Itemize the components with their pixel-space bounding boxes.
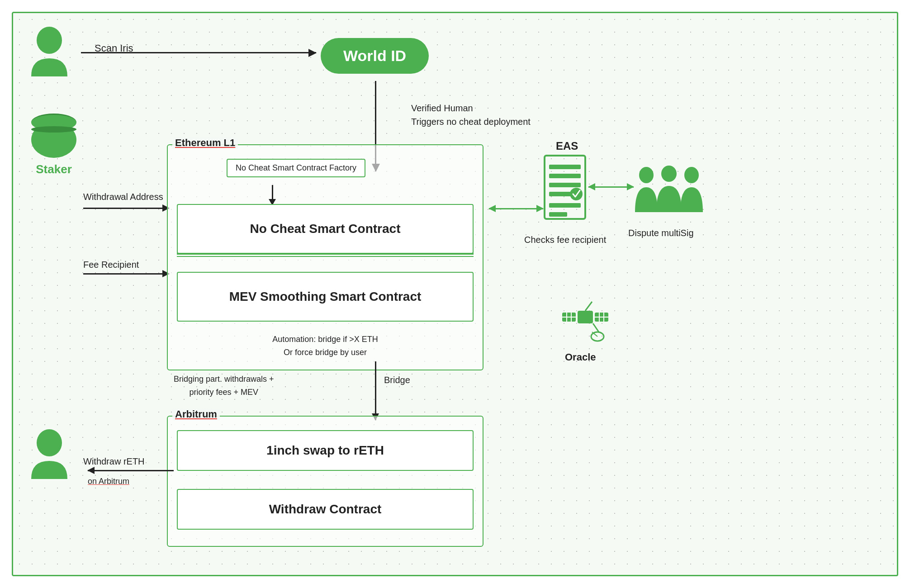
automation-text: Automation: bridge if >X ETH Or force br… [177,333,474,359]
dispute-multisig-icon [633,162,705,221]
svg-point-11 [684,167,699,183]
staker-group: Staker [31,122,76,176]
svg-point-25 [37,429,62,456]
fee-recipient-label: Fee Recipient [83,260,139,270]
factory-down-arrow [272,185,273,205]
bridge-arrow [375,361,376,420]
mev-smoothing-box: MEV Smoothing Smart Contract [177,272,474,322]
svg-line-21 [585,302,592,311]
arbitrum-label: Arbitrum [172,408,220,420]
svg-rect-7 [549,203,581,208]
scan-iris-arrow [81,52,316,53]
staker-person-icon [27,27,72,76]
bridge-label: Bridge [384,375,410,385]
separator-line-1 [177,253,474,255]
svg-rect-5 [549,192,572,196]
no-cheat-contract-box: No Cheat Smart Contract [177,204,474,254]
bridging-text: Bridging part. withdrawals + priority fe… [174,373,274,399]
oneinch-swap-box: 1inch swap to rETH [177,430,474,471]
dispute-multisig-label: Dispute multiSig [628,228,694,238]
eas-document-icon [542,153,588,221]
svg-line-22 [593,323,599,332]
ethereum-l1-label: Ethereum L1 [172,137,238,149]
svg-point-10 [661,166,677,182]
oneinch-swap-label: 1inch swap to rETH [266,443,384,458]
staker-cylinder [31,122,76,158]
svg-rect-4 [549,183,581,187]
withdrawal-address-label: Withdrawal Address [83,192,163,202]
on-arbitrum-label: on Arbitrum [88,477,129,486]
withdrawal-address-arrow [83,208,169,209]
staker-label: Staker [36,162,72,176]
mev-smoothing-label: MEV Smoothing Smart Contract [229,289,422,304]
verified-human-text: Verified Human Triggers no cheat deploym… [411,101,531,128]
svg-point-6 [570,188,583,200]
svg-rect-8 [549,212,567,217]
factory-pill: No Cheat Smart Contract Factory [227,159,365,177]
svg-rect-12 [578,311,593,323]
oracle-label: Oracle [565,351,596,363]
withdraw-contract-label: Withdraw Contract [269,502,382,517]
arbitrum-box: Arbitrum 1inch swap to rETH Withdraw Con… [167,416,483,547]
eas-label: EAS [556,140,578,152]
ethereum-l1-box: Ethereum L1 No Cheat Smart Contract Fact… [167,144,483,370]
svg-rect-2 [549,165,581,169]
recipient-person-icon [27,429,72,479]
no-cheat-contract-label: No Cheat Smart Contract [250,222,401,236]
fee-recipient-arrow [83,273,169,275]
world-id-badge: World ID [321,38,429,74]
main-diagram: Scan Iris World ID Verified Human Trigge… [12,12,898,576]
oracle-satellite-icon [560,294,610,343]
svg-rect-3 [549,174,581,178]
eas-people-arrow [588,186,634,188]
withdraw-reth-label: Withdraw rETH [83,456,145,467]
withdraw-reth-arrow [88,470,174,471]
checks-fee-recipient-label: Checks fee recipient [524,235,606,245]
svg-point-0 [37,27,62,54]
no-cheat-eas-arrow [489,208,543,209]
separator-line-2 [177,256,474,257]
withdraw-contract-box: Withdraw Contract [177,489,474,530]
svg-point-9 [639,167,654,183]
